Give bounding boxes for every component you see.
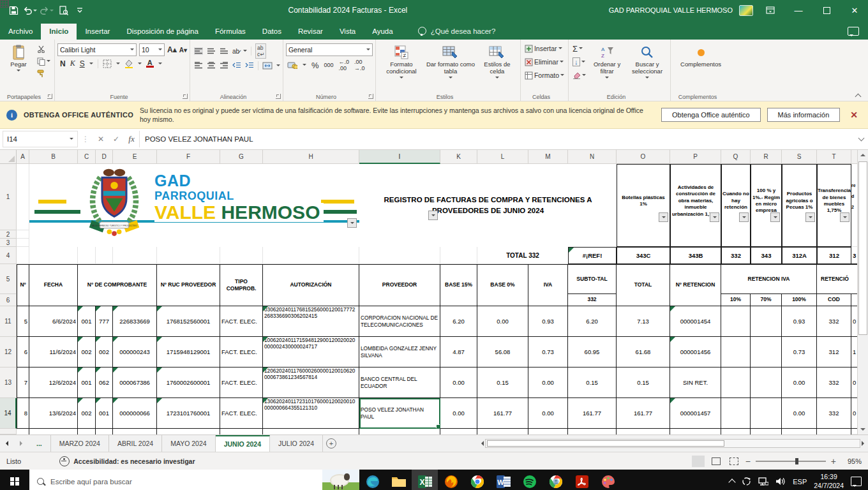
formula-input[interactable]: POSO VELEZ JONATHAN PAUL [139, 131, 854, 147]
insert-function-icon[interactable]: fx [124, 129, 139, 149]
cell-ruc-row13[interactable]: 1760002600001 [157, 368, 220, 398]
header-ret-10[interactable]: 10% [721, 294, 751, 306]
acrobat-app-icon[interactable] [569, 470, 595, 490]
minimize-button[interactable]: — [788, 1, 809, 19]
page-layout-view-icon[interactable] [710, 456, 722, 467]
delete-cells-button[interactable]: Eliminar [523, 57, 565, 67]
decrease-font-icon[interactable]: A▾ [179, 47, 187, 54]
sheet-tab-mayo-2024[interactable]: MAYO 2024 [162, 435, 215, 452]
cell-b0-row11[interactable]: 0.00 [477, 306, 528, 337]
cell-c1-row11[interactable]: 001 [78, 306, 96, 337]
partial-row-cell[interactable] [78, 429, 96, 434]
filter-dropdown-h[interactable] [347, 218, 357, 228]
cell-tipo-row12[interactable]: FACT. ELEC. [220, 337, 263, 368]
filter-dropdown-O[interactable] [659, 212, 668, 222]
partial-row-cell[interactable] [17, 429, 29, 434]
fill-color-dropdown[interactable] [138, 63, 142, 66]
cell-nret-row11[interactable]: 000001454 [670, 306, 721, 337]
partial-row-cell[interactable] [263, 429, 359, 434]
col-header-T[interactable]: T [817, 150, 851, 164]
borders-icon[interactable] [103, 59, 112, 68]
row-header-4[interactable]: 4 [0, 247, 17, 264]
tax-header-Q[interactable]: Cuando no hay retención [721, 164, 751, 247]
copy-dropdown[interactable] [47, 60, 50, 64]
autosum-button[interactable]: Σ [571, 43, 587, 54]
cell-nret-row14[interactable]: 000001457 [670, 398, 721, 429]
tell-me-search[interactable]: ¿Qué desea hacer? [418, 27, 496, 40]
accessibility-status[interactable]: Accesibilidad: es necesario investigar [59, 456, 195, 466]
col-header-I[interactable]: I [359, 150, 440, 164]
col-header-E[interactable]: E [113, 150, 157, 164]
horizontal-scrollbar[interactable] [481, 435, 868, 452]
cell-prov-row14[interactable]: POSO VELEZ JONATHAN PAUL [359, 398, 440, 429]
partial-row-cell[interactable] [670, 429, 721, 434]
cell-aut-row13[interactable]: 1206202401176000260000120010620000673861… [263, 368, 359, 398]
partial-row-cell[interactable] [568, 429, 617, 434]
hscroll-left-icon[interactable] [479, 441, 484, 446]
partial-row-cell[interactable] [751, 429, 782, 434]
cell-tipo-row14[interactable]: FACT. ELEC. [220, 398, 263, 429]
cell-ruc-row12[interactable]: 1715948129001 [157, 337, 220, 368]
col-header-C[interactable]: C [78, 150, 96, 164]
italic-icon[interactable]: K [70, 59, 75, 68]
spotify-app-icon[interactable] [516, 470, 542, 490]
cell-cod-row12[interactable]: 312 [817, 337, 851, 368]
edge-app-icon[interactable] [359, 470, 385, 490]
cell-r10-row13[interactable] [721, 368, 751, 398]
header-comprobante[interactable]: Nº DE COMPROBANTE [78, 264, 157, 306]
cell-iva-row14[interactable]: 0.00 [528, 398, 568, 429]
cell-iva-row12[interactable]: 0.73 [528, 337, 568, 368]
header-n[interactable]: Nº [17, 264, 29, 306]
header-ruc[interactable]: Nº RUC PROVEEDOR [157, 264, 220, 306]
partial-row-cell[interactable] [782, 429, 817, 434]
cell-c2-row13[interactable]: 062 [96, 368, 113, 398]
increase-indent-icon[interactable] [245, 62, 254, 70]
code-cell-P[interactable]: 343B [670, 247, 721, 264]
cell-c2-row14[interactable]: 001 [96, 398, 113, 429]
align-middle-icon[interactable] [207, 47, 216, 55]
tray-expand-icon[interactable] [730, 478, 735, 485]
cell-b0-row14[interactable]: 161.77 [477, 398, 528, 429]
cell-r100-row14[interactable]: 0.00 [782, 398, 817, 429]
cell-tipo-row13[interactable]: FACT. ELEC. [220, 368, 263, 398]
header-n-retencion[interactable]: Nº RETENCION [670, 264, 721, 306]
code-cell-Q[interactable]: 332 [721, 247, 751, 264]
row-header-partial[interactable] [0, 429, 17, 434]
zoom-level[interactable]: 95% [841, 457, 862, 465]
col-header-O[interactable]: O [617, 150, 670, 164]
cell-c1-row13[interactable]: 001 [78, 368, 96, 398]
col-header-F[interactable]: F [157, 150, 220, 164]
font-color-dropdown[interactable] [158, 63, 162, 66]
enter-icon[interactable]: ✓ [108, 129, 124, 149]
normal-view-icon[interactable] [692, 456, 705, 467]
row-header-6[interactable]: 6 [0, 294, 17, 306]
cell-ruc-row11[interactable]: 1768152560001 [157, 306, 220, 337]
cell-r100-row13[interactable]: 0.00 [782, 368, 817, 398]
col-header-N[interactable]: N [568, 150, 617, 164]
format-as-table-button[interactable]: Dar formato como tabla [426, 41, 475, 80]
menu-tab-vista[interactable]: Vista [331, 24, 364, 40]
alignment-dialog-launcher[interactable] [276, 94, 281, 99]
cell-sub-row14[interactable]: 161.77 [568, 398, 617, 429]
menu-tab-datos[interactable]: Datos [254, 24, 290, 40]
cancel-icon[interactable]: ✕ [93, 129, 108, 149]
row-header-1[interactable]: 1 [0, 164, 17, 230]
cell-r10-row14[interactable] [721, 398, 751, 429]
new-sheet-button[interactable]: + [323, 435, 340, 452]
header-fecha[interactable]: FECHA [29, 264, 78, 306]
row-header-11[interactable]: 11 [0, 306, 17, 337]
language-indicator[interactable]: ESP [793, 478, 807, 486]
col-header-A[interactable]: A [17, 150, 29, 164]
col-header-D[interactable]: D [96, 150, 113, 164]
customize-qat-icon[interactable] [73, 3, 87, 17]
filter-dropdown-T[interactable] [840, 212, 849, 222]
menu-tab-ayuda[interactable]: Ayuda [364, 24, 401, 40]
sheet-tab-marzo-2024[interactable]: MARZO 2024 [51, 435, 109, 452]
empty-cell[interactable] [96, 247, 113, 264]
search-highlight-image[interactable] [322, 470, 359, 490]
empty-cell[interactable] [157, 247, 220, 264]
cell-fecha-row12[interactable]: 11/6/2024 [29, 337, 78, 368]
filter-dropdown-i[interactable] [428, 211, 438, 220]
col-header-P[interactable]: P [670, 150, 721, 164]
empty-cell[interactable] [440, 247, 477, 264]
